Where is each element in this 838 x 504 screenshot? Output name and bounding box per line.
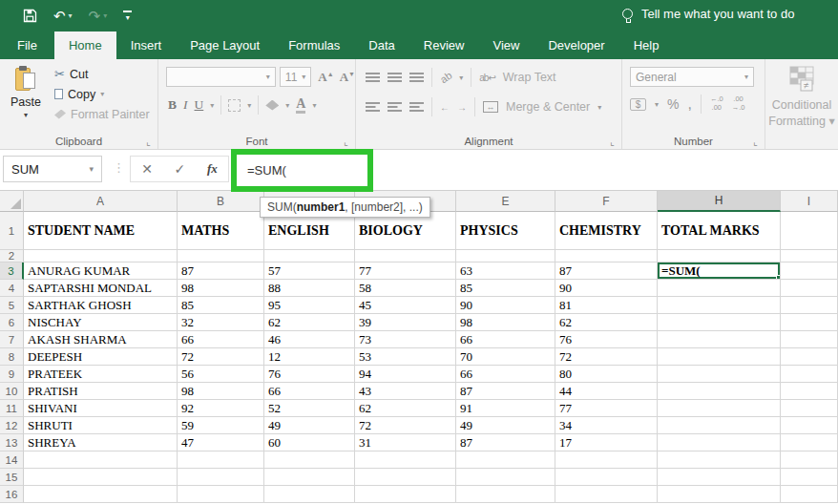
increase-decimal-icon[interactable]: ←.0.00 xyxy=(710,95,723,112)
percent-style-icon[interactable]: % xyxy=(667,96,679,112)
cell-A9[interactable]: PRATEEK xyxy=(24,366,178,383)
cell-B16[interactable] xyxy=(178,486,264,503)
underline-dropdown[interactable]: ▾ xyxy=(210,101,214,110)
cell-B2[interactable] xyxy=(178,250,264,262)
cell-A13[interactable]: SHREYA xyxy=(24,434,178,452)
cell-C7[interactable]: 46 xyxy=(264,331,355,348)
cell-E8[interactable]: 70 xyxy=(456,348,555,366)
comma-style-icon[interactable]: , xyxy=(687,101,691,107)
cell-E16[interactable] xyxy=(456,486,555,503)
fill-color-icon[interactable] xyxy=(265,100,279,111)
cell-E12[interactable]: 49 xyxy=(456,417,555,434)
cell-E3[interactable]: 63 xyxy=(456,262,555,280)
wrap-text-button[interactable]: Wrap Text xyxy=(503,71,556,84)
column-header-H[interactable]: H xyxy=(658,191,781,212)
cell-I16[interactable] xyxy=(781,486,838,503)
merge-center-dropdown[interactable]: ▾ xyxy=(597,103,601,112)
number-dialog-launcher[interactable]: ⌞ xyxy=(753,137,762,146)
bold-button[interactable]: B xyxy=(168,97,177,113)
cell-C11[interactable]: 52 xyxy=(264,400,355,417)
cell-E4[interactable]: 85 xyxy=(456,280,555,297)
cell-E15[interactable] xyxy=(456,469,555,486)
cell-D16[interactable] xyxy=(355,486,456,503)
cell-E6[interactable]: 98 xyxy=(456,314,555,331)
cell-B6[interactable]: 32 xyxy=(178,314,264,331)
cell-D12[interactable]: 72 xyxy=(355,417,456,434)
clipboard-dialog-launcher[interactable]: ⌞ xyxy=(146,137,155,146)
cell-C4[interactable]: 88 xyxy=(264,280,355,297)
align-right-icon[interactable] xyxy=(409,102,424,112)
font-color-dropdown[interactable]: ▾ xyxy=(312,101,316,110)
underline-button[interactable]: U xyxy=(195,97,204,113)
cell-I15[interactable] xyxy=(781,469,838,486)
column-header-E[interactable]: E xyxy=(456,191,555,212)
row-header-7[interactable]: 7 xyxy=(0,331,24,348)
cell-F9[interactable]: 80 xyxy=(555,366,658,383)
merge-center-button[interactable]: Merge & Center xyxy=(506,100,590,114)
grow-font-button[interactable]: A▲ xyxy=(318,70,333,85)
cell-H3[interactable]: =SUM( xyxy=(658,262,781,280)
cell-E13[interactable]: 87 xyxy=(456,434,555,452)
cell-H9[interactable] xyxy=(658,366,781,383)
cell-A7[interactable]: AKASH SHARMA xyxy=(24,331,178,348)
accounting-format-dropdown[interactable]: ▾ xyxy=(655,100,659,109)
cell-A2[interactable] xyxy=(24,250,178,262)
cell-F13[interactable]: 17 xyxy=(555,434,658,452)
cell-F1[interactable]: CHEMISTRY xyxy=(555,212,658,250)
cell-H11[interactable] xyxy=(658,400,781,417)
cell-I8[interactable] xyxy=(781,348,838,366)
cell-B4[interactable]: 98 xyxy=(178,280,264,297)
cell-F4[interactable]: 90 xyxy=(555,280,658,297)
orientation-icon[interactable]: ab xyxy=(438,70,454,86)
cell-C15[interactable] xyxy=(264,469,355,486)
select-all-corner[interactable] xyxy=(0,191,24,212)
cell-H7[interactable] xyxy=(658,331,781,348)
row-header-9[interactable]: 9 xyxy=(0,366,24,383)
cell-A8[interactable]: DEEPESH xyxy=(24,348,178,366)
column-header-I[interactable]: I xyxy=(781,191,838,212)
copy-button[interactable]: Copy ▾ xyxy=(54,84,150,104)
cell-H12[interactable] xyxy=(658,417,781,434)
cell-D2[interactable] xyxy=(355,250,456,262)
cell-B7[interactable]: 66 xyxy=(178,331,264,348)
cell-D4[interactable]: 58 xyxy=(355,280,456,297)
tab-formulas[interactable]: Formulas xyxy=(274,32,354,59)
cell-I5[interactable] xyxy=(781,297,838,314)
italic-button[interactable]: I xyxy=(183,97,188,113)
cell-F12[interactable]: 34 xyxy=(555,417,658,434)
cell-A3[interactable]: ANURAG KUMAR xyxy=(24,262,178,280)
cell-B3[interactable]: 87 xyxy=(178,262,264,280)
cell-E11[interactable]: 91 xyxy=(456,400,555,417)
cell-F11[interactable]: 77 xyxy=(555,400,658,417)
cell-E5[interactable]: 90 xyxy=(456,297,555,314)
cell-H10[interactable] xyxy=(658,383,781,400)
row-header-5[interactable]: 5 xyxy=(0,297,24,314)
cell-I12[interactable] xyxy=(781,417,838,434)
tab-insert[interactable]: Insert xyxy=(116,32,177,59)
copy-dropdown[interactable]: ▾ xyxy=(100,90,104,98)
cell-C6[interactable]: 62 xyxy=(264,314,355,331)
insert-function-icon[interactable]: fx xyxy=(207,161,218,177)
decrease-indent-icon[interactable]: ← xyxy=(440,102,450,113)
cell-E1[interactable]: PHYSICS xyxy=(456,212,555,250)
row-header-15[interactable]: 15 xyxy=(0,469,24,486)
row-header-10[interactable]: 10 xyxy=(0,383,24,400)
cell-I7[interactable] xyxy=(781,331,838,348)
cell-E9[interactable]: 66 xyxy=(456,366,555,383)
cell-I1[interactable] xyxy=(781,212,838,250)
cell-E14[interactable] xyxy=(456,452,555,469)
font-dialog-launcher[interactable]: ⌞ xyxy=(344,137,352,146)
tab-review[interactable]: Review xyxy=(409,32,479,59)
cell-D1[interactable]: BIOLOGY xyxy=(355,212,456,250)
cell-D13[interactable]: 31 xyxy=(355,434,456,452)
alignment-dialog-launcher[interactable]: ⌞ xyxy=(610,137,618,146)
cell-B14[interactable] xyxy=(178,452,264,469)
align-left-icon[interactable] xyxy=(366,102,380,112)
cell-F7[interactable]: 76 xyxy=(555,331,658,348)
cell-E7[interactable]: 66 xyxy=(456,331,555,348)
row-header-2[interactable]: 2 xyxy=(0,250,24,262)
row-header-13[interactable]: 13 xyxy=(0,434,24,452)
tab-data[interactable]: Data xyxy=(354,32,409,59)
cell-B15[interactable] xyxy=(178,469,264,486)
cell-D9[interactable]: 94 xyxy=(355,366,456,383)
